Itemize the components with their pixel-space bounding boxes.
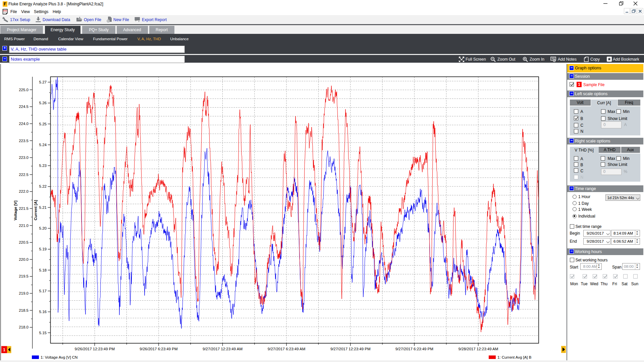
svg-text:225.0: 225.0 bbox=[19, 88, 29, 92]
svg-text:Voltage [V]: Voltage [V] bbox=[13, 200, 17, 220]
svg-text:1: Current Avg [A] B: 1: Current Avg [A] B bbox=[497, 355, 532, 359]
svg-text:9/28/2017 12:23:49 AM: 9/28/2017 12:23:49 AM bbox=[458, 347, 498, 351]
svg-text:218.0: 218.0 bbox=[19, 325, 29, 329]
svg-text:5.22: 5.22 bbox=[39, 184, 47, 188]
svg-text:9/26/2017 6:23:49 PM: 9/26/2017 6:23:49 PM bbox=[140, 347, 177, 351]
svg-text:1: Voltage Avg [V] CN: 1: Voltage Avg [V] CN bbox=[41, 355, 77, 359]
svg-text:5.23: 5.23 bbox=[39, 164, 47, 168]
svg-text:220.5: 220.5 bbox=[19, 240, 29, 244]
svg-text:9/27/2017 12:23:49 AM: 9/27/2017 12:23:49 AM bbox=[203, 347, 243, 351]
svg-text:219.0: 219.0 bbox=[19, 291, 29, 295]
svg-text:1: 1 bbox=[3, 348, 5, 352]
svg-text:5.25: 5.25 bbox=[39, 122, 47, 126]
svg-text:224.5: 224.5 bbox=[19, 105, 29, 109]
svg-text:221.0: 221.0 bbox=[19, 224, 29, 228]
svg-text:219.5: 219.5 bbox=[19, 274, 29, 278]
svg-text:5.17: 5.17 bbox=[39, 289, 47, 293]
svg-text:222.0: 222.0 bbox=[19, 189, 29, 193]
svg-text:5.26: 5.26 bbox=[39, 101, 47, 105]
svg-text:5.20: 5.20 bbox=[39, 226, 47, 230]
svg-text:9/27/2017 6:23:49 PM: 9/27/2017 6:23:49 PM bbox=[395, 347, 433, 351]
svg-text:5.21: 5.21 bbox=[39, 205, 47, 209]
svg-text:9/27/2017 12:23:49 PM: 9/27/2017 12:23:49 PM bbox=[330, 347, 371, 351]
svg-text:DOC: DOC bbox=[3, 10, 7, 12]
svg-text:221.5: 221.5 bbox=[19, 206, 29, 210]
svg-text:223.0: 223.0 bbox=[19, 156, 29, 160]
svg-text:Current [A]: Current [A] bbox=[34, 200, 38, 220]
svg-text:5.18: 5.18 bbox=[39, 268, 47, 272]
svg-text:222.5: 222.5 bbox=[19, 173, 29, 177]
svg-text:5.19: 5.19 bbox=[39, 247, 47, 251]
svg-text:5.16: 5.16 bbox=[39, 310, 47, 314]
svg-text:9/26/2017 12:23:49 PM: 9/26/2017 12:23:49 PM bbox=[75, 347, 115, 351]
svg-text:220.0: 220.0 bbox=[19, 257, 29, 261]
svg-text:224.0: 224.0 bbox=[19, 122, 29, 126]
svg-text:223.5: 223.5 bbox=[19, 139, 29, 143]
svg-text:5.24: 5.24 bbox=[39, 143, 47, 147]
svg-text:5.27: 5.27 bbox=[39, 80, 47, 84]
svg-text:5.15: 5.15 bbox=[39, 331, 47, 335]
svg-text:218.5: 218.5 bbox=[19, 308, 29, 312]
svg-text:9/27/2017 6:23:49 AM: 9/27/2017 6:23:49 AM bbox=[268, 347, 306, 351]
